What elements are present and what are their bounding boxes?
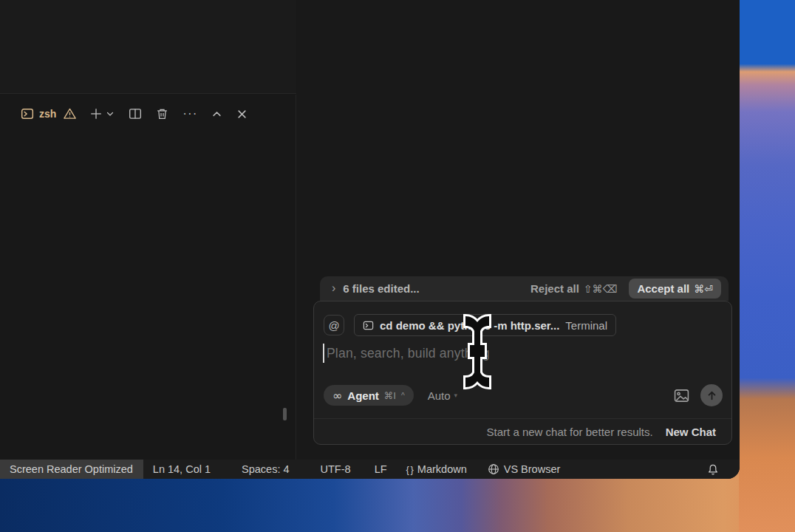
- more-actions-button[interactable]: ···: [182, 106, 197, 121]
- accept-all-label: Accept all: [637, 282, 689, 295]
- agent-mode-label: Agent: [347, 389, 379, 402]
- accept-all-button[interactable]: Accept all ⌘⏎: [629, 279, 721, 299]
- terminal-panel: zsh ···: [0, 95, 296, 460]
- close-panel-button[interactable]: [236, 109, 248, 120]
- notifications-button[interactable]: [707, 463, 719, 476]
- chevron-up-icon: ^: [401, 392, 405, 400]
- input-controls-row: ∞ Agent ⌘I ^ Auto ▾: [324, 384, 723, 406]
- terminal-icon: [363, 320, 374, 331]
- new-chat-hint: Start a new chat for better results.: [487, 426, 653, 438]
- files-edited-label[interactable]: 6 files edited...: [343, 282, 419, 295]
- image-icon: [674, 389, 689, 403]
- chat-text-input[interactable]: Plan, search, build anything: [323, 343, 490, 364]
- status-vs-browser-label: VS Browser: [504, 463, 561, 475]
- agent-mode-shortcut: ⌘I: [384, 390, 396, 401]
- status-cursor-position[interactable]: Ln 14, Col 1: [153, 463, 211, 475]
- status-indentation[interactable]: Spaces: 4: [242, 463, 290, 475]
- terminal-tab-icon: [21, 107, 34, 120]
- desktop-wallpaper-right: [739, 0, 795, 532]
- status-language-label: Markdown: [417, 463, 467, 475]
- screen: zsh ···: [0, 0, 795, 532]
- context-row: @ cd demo && python3 -m http.ser... Term…: [324, 314, 616, 336]
- vscode-window: zsh ···: [0, 0, 740, 479]
- warning-icon: [63, 107, 77, 120]
- text-caret: [323, 344, 324, 363]
- infinity-icon: ∞: [332, 389, 342, 403]
- arrow-up-icon: [706, 390, 717, 401]
- globe-icon: [488, 463, 499, 475]
- chat-panel: › 6 files edited... Reject all ⇧⌘⌫ Accep…: [297, 0, 740, 460]
- context-command-text: cd demo && python3 -m http.ser...: [380, 319, 559, 332]
- maximize-panel-button[interactable]: [211, 109, 222, 120]
- status-encoding[interactable]: UTF-8: [321, 463, 351, 475]
- new-terminal-button[interactable]: [89, 107, 103, 120]
- send-button[interactable]: [700, 384, 723, 406]
- terminal-context-pill[interactable]: cd demo && python3 -m http.ser... Termin…: [354, 314, 616, 336]
- terminal-profile-dropdown[interactable]: [106, 109, 115, 118]
- bell-icon: [707, 463, 719, 476]
- files-edited-bar[interactable]: › 6 files edited... Reject all ⇧⌘⌫ Accep…: [320, 276, 729, 301]
- at-icon: @: [328, 319, 339, 332]
- chat-input-box[interactable]: @ cd demo && python3 -m http.ser... Term…: [313, 301, 732, 445]
- reject-all-shortcut: ⇧⌘⌫: [584, 283, 618, 295]
- chat-footer: Start a new chat for better results. New…: [314, 418, 731, 444]
- context-source-label: Terminal: [565, 319, 607, 332]
- split-terminal-button[interactable]: [129, 107, 142, 120]
- terminal-scrollbar-thumb[interactable]: [283, 408, 287, 420]
- status-language[interactable]: { } Markdown: [406, 463, 467, 475]
- kill-terminal-button[interactable]: [156, 107, 168, 120]
- status-screen-reader[interactable]: Screen Reader Optimized: [0, 460, 143, 479]
- input-placeholder: Plan, search, build anything: [327, 346, 490, 361]
- chevron-down-icon: ▾: [454, 392, 458, 399]
- reject-all-button[interactable]: Reject all ⇧⌘⌫: [530, 282, 617, 295]
- new-chat-button[interactable]: New Chat: [666, 426, 716, 438]
- terminal-header: zsh ···: [0, 95, 296, 121]
- status-eol[interactable]: LF: [375, 463, 387, 475]
- accept-all-shortcut: ⌘⏎: [694, 283, 713, 295]
- add-context-button[interactable]: @: [324, 315, 344, 335]
- status-vs-browser[interactable]: VS Browser: [488, 463, 561, 475]
- model-label: Auto: [428, 389, 451, 402]
- editor-area[interactable]: [0, 0, 296, 94]
- attach-image-button[interactable]: [674, 389, 689, 403]
- terminal-tab-label[interactable]: zsh: [39, 108, 56, 120]
- braces-icon: { }: [406, 464, 413, 475]
- reject-all-label: Reject all: [530, 282, 579, 295]
- agent-mode-dropdown[interactable]: ∞ Agent ⌘I ^: [324, 385, 414, 406]
- status-bar: Screen Reader Optimized Ln 14, Col 1 Spa…: [0, 460, 740, 479]
- model-selector-dropdown[interactable]: Auto ▾: [428, 389, 457, 402]
- chevron-right-icon[interactable]: ›: [332, 282, 335, 295]
